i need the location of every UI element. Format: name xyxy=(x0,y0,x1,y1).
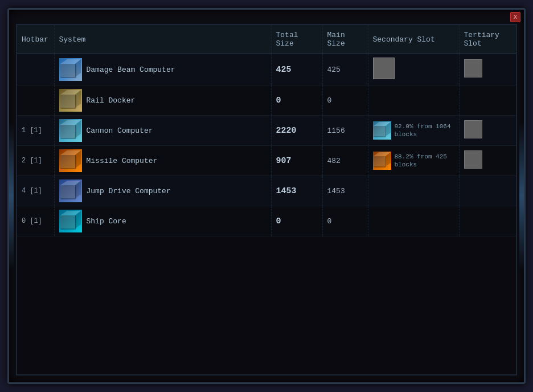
svg-rect-21 xyxy=(374,156,386,166)
secondary-slot-icon xyxy=(373,121,391,140)
table-container: Hotbar System Total Size Main Size Secon… xyxy=(17,25,516,374)
secondary-slot-icon xyxy=(373,152,391,170)
main-size-cell: 0 xyxy=(322,206,368,236)
hotbar-cell xyxy=(17,85,54,116)
total-size-cell: 425 xyxy=(271,54,322,85)
main-size-cell: 1453 xyxy=(322,176,368,206)
main-size-cell: 1156 xyxy=(322,116,368,146)
secondary-slot-box[interactable] xyxy=(373,58,395,79)
system-icon xyxy=(59,119,82,142)
tertiary-slot-cell xyxy=(459,206,516,236)
svg-rect-17 xyxy=(60,155,75,168)
system-cell: Jump Drive Computer xyxy=(54,176,271,206)
tertiary-slot-cell xyxy=(459,176,516,206)
table-row[interactable]: 1 [1] Cannon Computer22201156 92.0% from… xyxy=(17,116,516,146)
secondary-slot-text: 92.0% from 1064 blocks xyxy=(395,122,454,139)
total-size-cell: 0 xyxy=(271,206,322,236)
col-secondary: Secondary Slot xyxy=(368,25,459,54)
system-icon xyxy=(59,210,82,232)
total-size-cell: 2220 xyxy=(271,116,322,146)
secondary-slot-cell xyxy=(368,54,459,85)
system-cell: Rail Docker xyxy=(54,85,271,116)
col-total-size: Total Size xyxy=(271,25,322,54)
svg-rect-13 xyxy=(374,126,386,136)
system-name-label: Missile Computer xyxy=(87,157,158,165)
svg-rect-29 xyxy=(60,215,75,228)
hotbar-cell xyxy=(17,54,54,85)
rail-left-decoration xyxy=(9,121,14,271)
system-cell: Ship Core xyxy=(54,206,271,236)
close-button[interactable]: X xyxy=(510,12,520,22)
tertiary-slot-box[interactable] xyxy=(464,59,482,77)
tertiary-slot-cell xyxy=(459,54,516,85)
col-main-size: Main Size xyxy=(322,25,368,54)
system-cell: Missile Computer xyxy=(54,146,271,176)
hotbar-cell: 2 [1] xyxy=(17,146,54,176)
hotbar-cell: 0 [1] xyxy=(17,206,54,236)
table-header-row: Hotbar System Total Size Main Size Secon… xyxy=(17,25,516,54)
col-hotbar: Hotbar xyxy=(17,25,54,54)
svg-rect-25 xyxy=(60,185,75,198)
system-icon xyxy=(59,179,82,202)
secondary-slot-cell xyxy=(368,176,459,206)
system-name-label: Damage Beam Computer xyxy=(87,66,175,74)
table-row[interactable]: 0 [1] Ship Core00 xyxy=(17,206,516,236)
secondary-slot-cell xyxy=(368,85,459,116)
total-size-cell: 1453 xyxy=(271,176,322,206)
col-tertiary: Tertiary Slot xyxy=(459,25,516,54)
table-row[interactable]: 2 [1] Missile Computer907482 88.2% from … xyxy=(17,146,516,176)
secondary-slot-text: 88.2% from 425 blocks xyxy=(395,153,454,169)
tertiary-slot-box[interactable] xyxy=(464,150,482,169)
hotbar-cell: 1 [1] xyxy=(17,116,54,146)
system-name-label: Ship Core xyxy=(87,217,126,226)
tertiary-slot-cell xyxy=(459,146,516,176)
svg-rect-9 xyxy=(60,125,75,138)
svg-rect-5 xyxy=(60,95,75,108)
table-row[interactable]: Rail Docker00 xyxy=(17,85,516,116)
system-cell: Cannon Computer xyxy=(54,116,271,146)
secondary-slot-cell xyxy=(368,206,459,236)
tertiary-slot-cell xyxy=(459,116,516,146)
tertiary-slot-cell xyxy=(459,85,516,116)
col-system: System xyxy=(54,25,271,54)
inner-panel: Hotbar System Total Size Main Size Secon… xyxy=(16,24,517,375)
system-icon xyxy=(59,149,82,172)
rail-right-decoration xyxy=(519,121,524,271)
main-size-cell: 0 xyxy=(322,85,368,116)
systems-table: Hotbar System Total Size Main Size Secon… xyxy=(17,25,516,236)
main-size-cell: 425 xyxy=(322,54,368,85)
tertiary-slot-box[interactable] xyxy=(464,120,482,138)
secondary-slot-cell: 88.2% from 425 blocks xyxy=(368,146,459,176)
hotbar-cell: 4 [1] xyxy=(17,176,54,206)
system-icon xyxy=(59,58,82,81)
system-cell: Damage Beam Computer xyxy=(54,54,271,85)
system-name-label: Rail Docker xyxy=(87,96,136,105)
table-row[interactable]: 4 [1] Jump Drive Computer14531453 xyxy=(17,176,516,206)
table-row[interactable]: Damage Beam Computer425425 xyxy=(17,54,516,85)
svg-rect-1 xyxy=(60,64,75,77)
main-size-cell: 482 xyxy=(322,146,368,176)
total-size-cell: 907 xyxy=(271,146,322,176)
secondary-slot-cell: 92.0% from 1064 blocks xyxy=(368,116,459,146)
main-window: X Hotbar System Total Size Main Size Sec… xyxy=(7,8,526,384)
system-name-label: Jump Drive Computer xyxy=(87,187,171,195)
system-name-label: Cannon Computer xyxy=(87,126,153,135)
system-icon xyxy=(59,89,82,112)
total-size-cell: 0 xyxy=(271,85,322,116)
